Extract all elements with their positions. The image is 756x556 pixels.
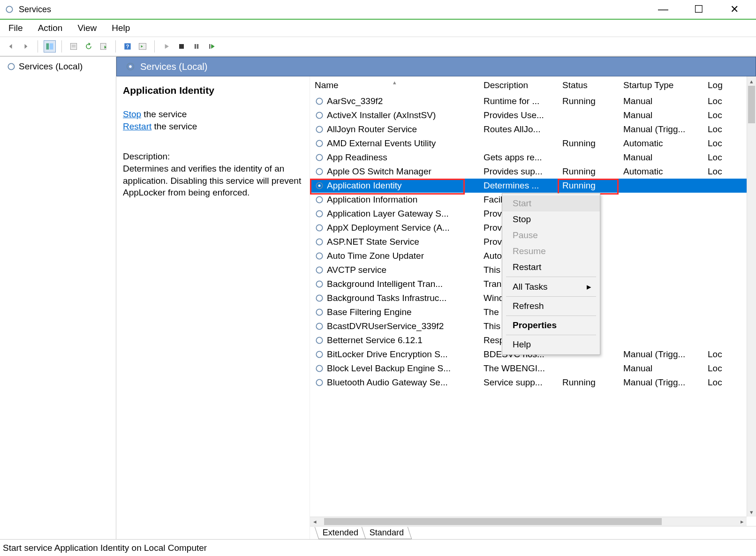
help-button[interactable]: ? bbox=[121, 40, 134, 53]
tree-pane: Services (Local) bbox=[0, 57, 116, 539]
service-name: Application Information bbox=[327, 195, 417, 205]
tree-root-item[interactable]: Services (Local) bbox=[4, 60, 112, 74]
svg-point-40 bbox=[318, 241, 321, 243]
svg-point-60 bbox=[318, 382, 321, 384]
svg-point-44 bbox=[318, 269, 321, 271]
svg-point-48 bbox=[318, 297, 321, 300]
export-list-button[interactable] bbox=[98, 40, 110, 53]
service-row[interactable]: AllJoyn Router ServiceRoutes AllJo...Man… bbox=[310, 122, 756, 136]
forward-button[interactable] bbox=[20, 40, 32, 53]
service-logon: Loc bbox=[703, 166, 726, 177]
service-row[interactable]: Apple OS Switch ManagerProvides sup...Ru… bbox=[310, 165, 756, 179]
service-name: App Readiness bbox=[327, 152, 387, 163]
ctx-all-tasks[interactable]: All Tasks▸ bbox=[502, 278, 600, 295]
svg-point-54 bbox=[318, 339, 321, 342]
gear-icon bbox=[315, 125, 324, 134]
ctx-restart[interactable]: Restart bbox=[502, 259, 600, 275]
ctx-refresh[interactable]: Refresh bbox=[502, 298, 600, 314]
scroll-up-icon[interactable]: ▴ bbox=[747, 76, 756, 86]
menu-view[interactable]: View bbox=[75, 21, 99, 35]
close-button[interactable]: ✕ bbox=[723, 3, 746, 15]
window-title: Services bbox=[19, 5, 51, 15]
service-name: Bluetooth Audio Gateway Se... bbox=[327, 377, 448, 388]
service-desc: Provides Use... bbox=[479, 110, 558, 120]
chevron-right-icon: ▸ bbox=[587, 281, 591, 292]
gear-icon bbox=[315, 308, 324, 317]
col-name[interactable]: ▴Name bbox=[310, 80, 479, 90]
service-row[interactable]: Bluetooth Audio Gateway Se...Service sup… bbox=[310, 376, 756, 390]
restart-service-button[interactable] bbox=[205, 40, 218, 53]
stop-link[interactable]: Stop bbox=[123, 109, 141, 119]
service-name: BitLocker Drive Encryption S... bbox=[327, 349, 448, 360]
service-row[interactable]: AarSvc_339f2Runtime for ...RunningManual… bbox=[310, 94, 756, 108]
back-button[interactable] bbox=[5, 40, 17, 53]
service-status: Running bbox=[558, 96, 619, 106]
svg-point-36 bbox=[318, 213, 321, 215]
properties-button[interactable] bbox=[68, 40, 80, 53]
section-header: Services (Local) bbox=[116, 57, 756, 76]
col-description[interactable]: Description bbox=[479, 80, 558, 90]
col-startup-type[interactable]: Startup Type bbox=[619, 80, 703, 90]
svg-point-38 bbox=[318, 227, 321, 229]
scroll-down-icon[interactable]: ▾ bbox=[747, 507, 756, 517]
service-name: Apple OS Switch Manager bbox=[327, 166, 431, 177]
service-row[interactable]: Block Level Backup Engine S...The WBENGI… bbox=[310, 361, 756, 376]
context-menu: Start Stop Pause Resume Restart All Task… bbox=[502, 193, 600, 355]
svg-point-24 bbox=[318, 128, 321, 131]
svg-point-26 bbox=[318, 143, 321, 145]
col-logon[interactable]: Log bbox=[703, 80, 726, 90]
content-pane: Services (Local) Application Identity St… bbox=[116, 57, 756, 539]
ctx-start: Start bbox=[502, 195, 600, 211]
horizontal-scrollbar[interactable]: ◂ ▸ bbox=[310, 517, 747, 526]
scroll-thumb[interactable] bbox=[324, 518, 662, 525]
maximize-button[interactable]: ☐ bbox=[688, 3, 710, 15]
scroll-right-icon[interactable]: ▸ bbox=[737, 517, 747, 526]
main-area: Services (Local) Services (Local) Applic… bbox=[0, 56, 756, 539]
col-status[interactable]: Status bbox=[558, 80, 619, 90]
service-name: Betternet Service 6.12.1 bbox=[327, 335, 423, 346]
svg-point-22 bbox=[318, 114, 321, 117]
start-service-button[interactable] bbox=[160, 40, 173, 53]
scroll-left-icon[interactable]: ◂ bbox=[310, 517, 319, 526]
menu-action[interactable]: Action bbox=[35, 21, 66, 35]
stop-service-button[interactable] bbox=[175, 40, 188, 53]
gear-icon bbox=[315, 279, 324, 289]
service-name: ActiveX Installer (AxInstSV) bbox=[327, 110, 436, 120]
restart-link[interactable]: Restart bbox=[123, 121, 151, 131]
toolbar: ? bbox=[0, 37, 756, 56]
refresh-button[interactable] bbox=[83, 40, 95, 53]
show-hide-action-pane-button[interactable] bbox=[136, 40, 149, 53]
service-logon: Loc bbox=[703, 363, 726, 374]
service-name: Application Layer Gateway S... bbox=[327, 209, 449, 219]
menu-file[interactable]: File bbox=[6, 21, 26, 35]
scroll-thumb[interactable] bbox=[748, 86, 755, 123]
svg-point-46 bbox=[318, 283, 321, 286]
gear-icon bbox=[315, 181, 324, 190]
section-title: Services (Local) bbox=[140, 61, 207, 72]
pause-service-button[interactable] bbox=[190, 40, 203, 53]
ctx-help[interactable]: Help bbox=[502, 337, 600, 353]
service-row[interactable]: ActiveX Installer (AxInstSV)Provides Use… bbox=[310, 108, 756, 122]
gear-icon bbox=[315, 336, 324, 345]
vertical-scrollbar[interactable]: ▴ ▾ bbox=[747, 76, 756, 517]
menu-help[interactable]: Help bbox=[109, 21, 133, 35]
service-row[interactable]: AMD External Events UtilityRunningAutoma… bbox=[310, 136, 756, 150]
service-status: Running bbox=[558, 138, 619, 149]
tab-standard[interactable]: Standard bbox=[362, 527, 412, 539]
svg-rect-4 bbox=[70, 43, 76, 49]
service-desc: The WBENGI... bbox=[479, 363, 558, 374]
service-desc: Service supp... bbox=[479, 377, 558, 388]
show-hide-tree-button[interactable] bbox=[44, 40, 56, 53]
tab-extended[interactable]: Extended bbox=[315, 527, 367, 539]
service-row[interactable]: App ReadinessGets apps re...ManualLoc bbox=[310, 150, 756, 165]
gear-icon bbox=[125, 61, 136, 72]
ctx-properties[interactable]: Properties bbox=[502, 317, 600, 333]
service-row[interactable]: Application IdentityDetermines ...Runnin… bbox=[310, 179, 756, 193]
service-startup: Manual bbox=[619, 96, 703, 106]
service-name: AarSvc_339f2 bbox=[327, 96, 383, 106]
ctx-stop[interactable]: Stop bbox=[502, 211, 600, 227]
selected-service-name: Application Identity bbox=[123, 85, 304, 96]
minimize-button[interactable]: — bbox=[652, 3, 674, 15]
service-status: Running bbox=[558, 166, 619, 177]
service-logon: Loc bbox=[703, 110, 726, 120]
